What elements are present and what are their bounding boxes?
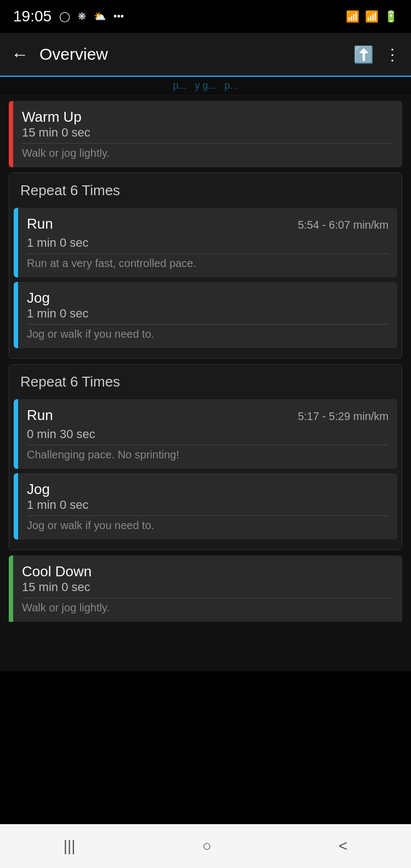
run-body-1: Run 5:54 - 6:07 min/km 1 min 0 sec Run a…: [18, 208, 397, 277]
nav-back-button[interactable]: <: [328, 832, 358, 860]
run-card-2: Run 5:17 - 5:29 min/km 0 min 30 sec Chal…: [14, 399, 397, 469]
warm-up-duration: 15 min 0 sec: [22, 126, 393, 140]
repeat-footer-1: [9, 353, 402, 358]
jog-accent-2: [14, 473, 18, 540]
nav-home-button[interactable]: ○: [191, 832, 222, 860]
run-pace-1: 5:54 - 6:07 min/km: [298, 219, 389, 231]
jog-accent-1: [14, 282, 18, 348]
run-body-2: Run 5:17 - 5:29 min/km 0 min 30 sec Chal…: [18, 399, 397, 469]
jog-description-2: Jog or walk if you need to.: [27, 519, 389, 532]
repeat-block-2: Repeat 6 Times Run 5:17 - 5:29 min/km 0 …: [9, 364, 402, 550]
cool-down-duration: 15 min 0 sec: [22, 580, 393, 594]
run-accent-1: [14, 208, 18, 277]
battery-icon: 🔋: [384, 10, 398, 23]
jog-body-1: Jog 1 min 0 sec Jog or walk if you need …: [18, 282, 397, 348]
signal-icon: 📶: [365, 10, 379, 23]
top-hint-text: p... y g... p...: [0, 77, 411, 95]
jog-duration-2: 1 min 0 sec: [27, 498, 389, 512]
page-title: Overview: [39, 45, 353, 64]
status-time: 19:05: [13, 8, 52, 25]
app-bar: ← Overview ⬆️ ⋮: [0, 33, 411, 77]
status-left: 19:05 ◯ ❋ ⛅ •••: [13, 8, 124, 25]
jog-name-1: Jog: [27, 290, 389, 307]
warm-up-card: Warm Up 15 min 0 sec Walk or jog lightly…: [9, 101, 402, 167]
cool-down-name: Cool Down: [22, 563, 393, 580]
more-icon: •••: [113, 11, 124, 22]
run-description-1: Run at a very fast, controlled pace.: [27, 257, 389, 270]
jog-duration-1: 1 min 0 sec: [27, 307, 389, 321]
cool-down-body: Cool Down 15 min 0 sec Walk or jog light…: [13, 555, 402, 622]
jog-card-2: Jog 1 min 0 sec Jog or walk if you need …: [14, 473, 397, 540]
menu-button[interactable]: ⋮: [385, 46, 400, 64]
run-name-1: Run: [27, 215, 53, 232]
jog-card-1: Jog 1 min 0 sec Jog or walk if you need …: [14, 282, 397, 348]
repeat-block-1: Repeat 6 Times Run 5:54 - 6:07 min/km 1 …: [9, 173, 402, 359]
run-duration-2: 0 min 30 sec: [27, 427, 389, 441]
run-accent-2: [14, 399, 18, 469]
workout-content: Warm Up 15 min 0 sec Walk or jog lightly…: [0, 95, 411, 671]
run-name-2: Run: [27, 407, 53, 424]
run-duration-1: 1 min 0 sec: [27, 236, 389, 250]
repeat-header-1: Repeat 6 Times: [9, 173, 402, 208]
run-title-row-2: Run 5:17 - 5:29 min/km: [27, 407, 389, 424]
windmill-icon: ❋: [78, 10, 86, 22]
weather-icon: ⛅: [94, 10, 106, 22]
share-button[interactable]: ⬆️: [353, 45, 374, 64]
run-card-1: Run 5:54 - 6:07 min/km 1 min 0 sec Run a…: [14, 208, 397, 277]
cool-down-description: Walk or jog lightly.: [22, 602, 393, 614]
repeat-header-2: Repeat 6 Times: [9, 365, 402, 399]
run-title-row-1: Run 5:54 - 6:07 min/km: [27, 215, 389, 232]
warm-up-body: Warm Up 15 min 0 sec Walk or jog lightly…: [13, 101, 402, 167]
status-bar: 19:05 ◯ ❋ ⛅ ••• 📶 📶 🔋: [0, 0, 411, 33]
warm-up-description: Walk or jog lightly.: [22, 147, 393, 160]
warm-up-name: Warm Up: [22, 109, 393, 126]
messenger-icon: ◯: [59, 10, 70, 22]
run-pace-2: 5:17 - 5:29 min/km: [298, 410, 389, 423]
repeat-items-1: Run 5:54 - 6:07 min/km 1 min 0 sec Run a…: [9, 208, 402, 353]
jog-name-2: Jog: [27, 481, 389, 498]
jog-body-2: Jog 1 min 0 sec Jog or walk if you need …: [18, 473, 397, 540]
status-icons-right: 📶 📶 🔋: [346, 10, 398, 23]
repeat-footer-2: [9, 544, 402, 549]
repeat-items-2: Run 5:17 - 5:29 min/km 0 min 30 sec Chal…: [9, 399, 402, 544]
run-description-2: Challenging pace. No sprinting!: [27, 449, 389, 461]
app-bar-actions: ⬆️ ⋮: [353, 45, 400, 64]
cool-down-accent: [9, 555, 13, 622]
warm-up-accent: [9, 101, 13, 167]
nav-bar: ||| ○ <: [0, 824, 411, 868]
nav-menu-button[interactable]: |||: [53, 832, 87, 860]
wifi-icon: 📶: [346, 10, 359, 23]
back-button[interactable]: ←: [11, 44, 28, 65]
cool-down-card: Cool Down 15 min 0 sec Walk or jog light…: [9, 555, 402, 622]
jog-description-1: Jog or walk if you need to.: [27, 328, 389, 341]
